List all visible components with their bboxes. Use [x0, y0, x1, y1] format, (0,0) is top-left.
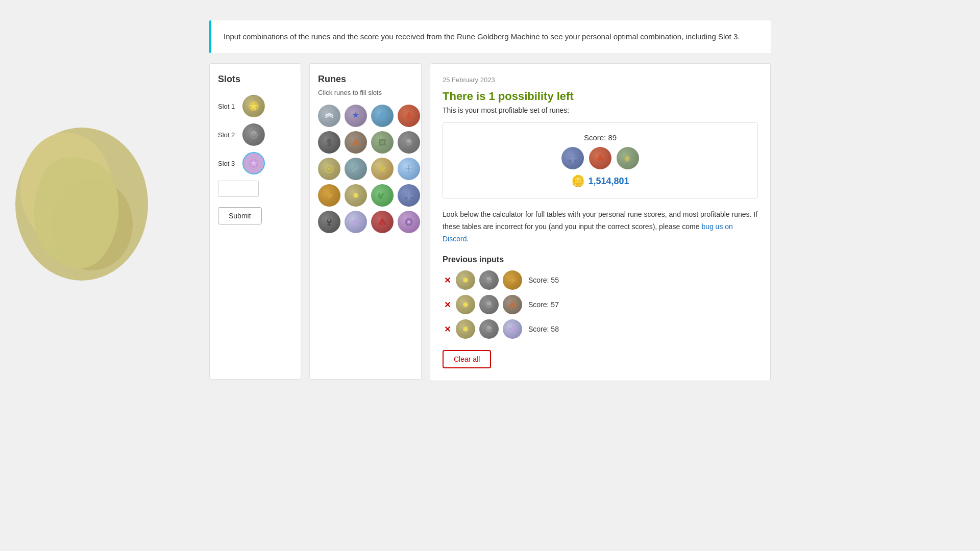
slot-1-icon [247, 99, 261, 113]
prev-rune-2-2 [479, 295, 499, 314]
rune-death2[interactable] [318, 211, 340, 233]
rune-soul-grid[interactable] [345, 211, 367, 233]
info-banner: Input combinations of the runes and the … [209, 20, 771, 53]
slot-2-label: Slot 2 [218, 131, 238, 139]
score-input[interactable] [218, 181, 259, 197]
svg-point-1 [20, 133, 112, 245]
prev-rune-3-2 [479, 319, 499, 339]
slot-3-label: Slot 3 [218, 160, 238, 167]
slot-3-circle[interactable] [242, 152, 265, 174]
slots-panel: Slots Slot 1 Slot 2 [209, 63, 301, 380]
info-banner-text: Input combinations of the runes and the … [224, 31, 758, 43]
slot-1-circle[interactable] [242, 95, 265, 117]
rune-armadyl[interactable] [398, 158, 420, 180]
svg-marker-21 [378, 165, 387, 173]
prev-rune-1-2 [479, 270, 499, 290]
rune-mind[interactable] [345, 105, 367, 127]
slot-2-circle[interactable] [242, 123, 265, 146]
main-container: Input combinations of the runes and the … [209, 20, 771, 381]
remove-btn-3[interactable]: ✕ [443, 324, 452, 334]
results-subtext: This is your most profitable set of rune… [443, 106, 758, 114]
law-icon [566, 152, 579, 165]
rune-brimstone[interactable] [371, 158, 394, 180]
prev-input-row-1: ✕ Score: 55 [443, 270, 758, 290]
slot-row-1: Slot 1 [218, 95, 292, 117]
svg-rect-13 [327, 145, 331, 146]
rune-air[interactable] [318, 105, 340, 127]
result-rune-earth [617, 147, 639, 169]
score-row [218, 181, 292, 197]
clear-all-button[interactable]: Clear all [443, 350, 491, 368]
rune-earth[interactable] [371, 131, 394, 154]
rune-water[interactable] [371, 105, 394, 127]
prev-rune-1-3 [503, 270, 522, 290]
panels-row: Slots Slot 1 Slot 2 [209, 63, 771, 381]
svg-rect-27 [405, 195, 413, 196]
submit-button[interactable]: Submit [218, 207, 262, 224]
results-heading: There is 1 possibility left [443, 90, 758, 103]
remove-btn-2[interactable]: ✕ [443, 300, 452, 310]
svg-point-7 [251, 133, 256, 138]
svg-rect-41 [569, 158, 577, 159]
svg-point-18 [406, 139, 411, 143]
svg-marker-34 [352, 218, 360, 227]
page-wrapper: Input combinations of the runes and the … [0, 0, 980, 551]
prev-rune-2-3 [503, 295, 522, 314]
slot-3-icon [247, 156, 261, 170]
svg-rect-32 [327, 224, 331, 226]
rune-law[interactable] [398, 184, 420, 207]
svg-point-28 [405, 197, 407, 199]
score-value: Score: 89 [584, 133, 617, 142]
svg-point-42 [569, 160, 571, 162]
prev-rune-2-1 [456, 295, 475, 314]
slot-2-icon [247, 128, 261, 142]
svg-rect-16 [380, 140, 384, 144]
slot-row-2: Slot 2 [218, 123, 292, 146]
svg-point-39 [408, 221, 410, 223]
remove-btn-1[interactable]: ✕ [443, 276, 452, 285]
slot-1-label: Slot 1 [218, 103, 238, 110]
rune-nature[interactable] [371, 184, 394, 207]
rune-cosmic-grid[interactable] [318, 158, 340, 180]
prev-rune-3-1 [456, 319, 475, 339]
prev-inputs-title: Previous inputs [443, 255, 758, 264]
slots-title: Slots [218, 74, 292, 85]
svg-point-54 [486, 326, 491, 330]
svg-point-30 [327, 219, 331, 223]
fire-icon [594, 152, 607, 165]
svg-marker-47 [509, 277, 517, 284]
rune-smoke-grid[interactable] [398, 131, 420, 154]
rune-wrath[interactable] [318, 184, 340, 207]
prev-rune-1-1 [456, 270, 475, 290]
runes-title: Runes [318, 74, 413, 85]
svg-point-43 [575, 160, 577, 162]
earth-icon [621, 152, 634, 165]
rune-astral[interactable] [398, 211, 420, 233]
rune-body[interactable] [345, 131, 367, 154]
decorative-blob [0, 102, 163, 296]
results-body-text: Look below the calculator for full table… [443, 209, 758, 245]
rune-catalytic[interactable] [345, 184, 367, 207]
svg-point-0 [15, 128, 148, 281]
svg-marker-14 [352, 138, 360, 145]
svg-marker-10 [352, 112, 360, 118]
results-panel: 25 February 2023 There is 1 possibility … [430, 63, 771, 381]
prev-score-3: Score: 58 [528, 325, 559, 333]
rune-death[interactable] [318, 131, 340, 154]
rune-fire[interactable] [398, 105, 420, 127]
rune-blood[interactable] [371, 211, 394, 233]
score-runes-row [561, 147, 639, 169]
gold-value-row: 🪙 1,514,801 [571, 174, 629, 188]
svg-marker-51 [509, 300, 517, 308]
svg-point-2 [51, 179, 133, 270]
runes-subtitle: Click runes to fill slots [318, 89, 413, 96]
runes-panel: Runes Click runes to fill slots [309, 63, 422, 380]
slot-row-3: Slot 3 [218, 152, 292, 174]
svg-marker-24 [326, 192, 333, 199]
svg-point-20 [328, 167, 331, 170]
rune-steam[interactable] [345, 158, 367, 180]
prev-input-row-2: ✕ Score: 57 [443, 295, 758, 314]
gold-icon: 🪙 [571, 174, 585, 188]
runes-grid [318, 105, 413, 233]
svg-point-50 [486, 302, 491, 305]
